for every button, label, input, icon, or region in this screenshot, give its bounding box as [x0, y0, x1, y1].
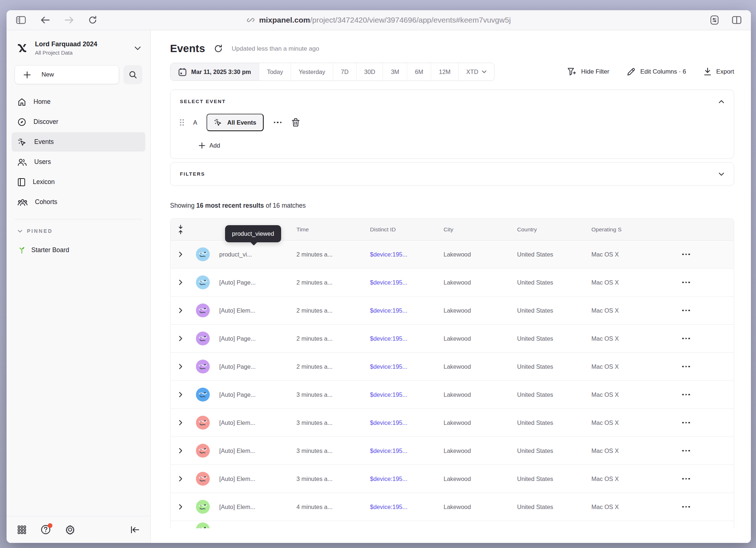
row-menu-icon[interactable]	[677, 450, 734, 452]
forward-icon[interactable]	[64, 16, 74, 24]
table-row[interactable]: [Auto] Page... 2 minutes a... $device:19…	[170, 269, 734, 297]
expand-row-icon[interactable]	[170, 504, 191, 510]
date-picker-segment[interactable]: Mar 11, 2025 3:30 pm	[170, 63, 259, 81]
table-row[interactable]	[170, 521, 734, 528]
expand-row-icon[interactable]	[170, 476, 191, 482]
pinned-section-header[interactable]: PINNED	[12, 227, 145, 235]
chevron-down-icon[interactable]	[718, 172, 724, 176]
event-city: Lakewood	[444, 279, 517, 286]
gear-icon[interactable]	[65, 525, 75, 535]
distinct-id-link[interactable]: $device:195...	[370, 307, 444, 314]
sidebar-item-users[interactable]: Users	[12, 152, 145, 172]
expand-row-icon[interactable]	[170, 336, 191, 341]
event-city: Lakewood	[444, 475, 517, 482]
table-row[interactable]: [Auto] Page... 3 minutes a... $device:19…	[170, 381, 734, 409]
split-view-icon[interactable]	[732, 16, 741, 24]
distinct-id-link[interactable]: $device:195...	[370, 335, 444, 342]
table-row[interactable]: [Auto] Elem... 3 minutes a... $device:19…	[170, 437, 734, 465]
event-name: [Auto] Page...	[219, 279, 296, 286]
refresh-icon[interactable]	[214, 44, 223, 53]
table-row[interactable]: [Auto] Elem... 2 minutes a... $device:19…	[170, 297, 734, 325]
updated-status: Updated less than a minute ago	[232, 45, 319, 52]
table-row[interactable]: [Auto] Elem... 3 minutes a... $device:19…	[170, 409, 734, 437]
range-3m[interactable]: 3M	[383, 63, 407, 81]
row-menu-icon[interactable]	[677, 310, 734, 312]
pinned-label: PINNED	[27, 228, 53, 234]
url-bar[interactable]: mixpanel.com/project/3472420/view/397469…	[247, 16, 511, 24]
event-name: [Auto] Elem...	[219, 475, 296, 482]
range-30d[interactable]: 30D	[356, 63, 383, 81]
table-row[interactable]: [Auto] Elem... 3 minutes a... $device:19…	[170, 465, 734, 493]
range-yesterday[interactable]: Yesterday	[291, 63, 333, 81]
search-button[interactable]	[123, 65, 142, 84]
expand-row-icon[interactable]	[170, 448, 191, 454]
expand-row-icon[interactable]	[170, 251, 191, 257]
event-country: United States	[517, 307, 591, 314]
event-avatar	[196, 275, 210, 289]
link-icon	[247, 16, 255, 24]
distinct-id-link[interactable]: $device:195...	[370, 504, 444, 510]
sidebar-item-events[interactable]: Events	[12, 132, 145, 152]
chevron-up-icon[interactable]	[718, 100, 724, 103]
collapse-sidebar-icon[interactable]	[131, 526, 139, 533]
event-avatar	[196, 522, 210, 528]
table-row[interactable]: [Auto] Page... 2 minutes a... $device:19…	[170, 325, 734, 353]
add-event-button[interactable]: Add	[199, 142, 724, 149]
table-row[interactable]: [Auto] Elem... 4 minutes a... $device:19…	[170, 493, 734, 521]
sidebar-toggle-icon[interactable]	[16, 16, 26, 24]
range-6m[interactable]: 6M	[407, 63, 431, 81]
event-more-icon[interactable]	[272, 120, 284, 126]
project-switcher[interactable]: Lord Farquaad 2024 All Project Data	[12, 37, 145, 59]
distinct-id-link[interactable]: $device:195...	[370, 251, 444, 258]
new-button[interactable]: New	[15, 65, 119, 84]
distinct-id-link[interactable]: $device:195...	[370, 391, 444, 398]
expand-row-icon[interactable]	[170, 308, 191, 313]
row-menu-icon[interactable]	[677, 422, 734, 424]
range-12m[interactable]: 12M	[431, 63, 458, 81]
row-menu-icon[interactable]	[677, 478, 734, 480]
event-os: Mac OS X	[591, 251, 677, 258]
row-menu-icon[interactable]	[677, 338, 734, 340]
row-menu-icon[interactable]	[677, 366, 734, 368]
sidebar-item-starter-board[interactable]: Starter Board	[12, 240, 145, 259]
sidebar-item-home[interactable]: Home	[12, 92, 145, 111]
distinct-id-link[interactable]: $device:195...	[370, 363, 444, 370]
event-avatar	[196, 247, 210, 261]
range-xtd[interactable]: XTD	[458, 63, 494, 81]
apps-grid-icon[interactable]	[17, 525, 26, 534]
expand-row-icon[interactable]	[170, 364, 191, 369]
drag-handle[interactable]	[180, 119, 184, 126]
distinct-id-link[interactable]: $device:195...	[370, 475, 444, 482]
row-menu-icon[interactable]	[677, 506, 734, 508]
row-menu-icon[interactable]	[677, 254, 734, 255]
distinct-id-link[interactable]: $device:195...	[370, 279, 444, 286]
distinct-id-link[interactable]: $device:195...	[370, 419, 444, 426]
export-button[interactable]: Export	[704, 67, 734, 76]
sidebar-item-lexicon[interactable]: Lexicon	[12, 172, 145, 192]
expand-row-icon[interactable]	[170, 279, 191, 285]
compass-icon	[17, 118, 26, 126]
page-settings-icon[interactable]	[709, 15, 720, 25]
row-menu-icon[interactable]	[677, 282, 734, 283]
collapse-rows-icon[interactable]	[170, 225, 191, 234]
event-time: 3 minutes a...	[296, 391, 370, 398]
expand-row-icon[interactable]	[170, 392, 191, 398]
range-today[interactable]: Today	[259, 63, 291, 81]
sidebar-item-cohorts[interactable]: Cohorts	[12, 192, 145, 212]
expand-row-icon[interactable]	[170, 420, 191, 426]
edit-columns-button[interactable]: Edit Columns · 6	[627, 67, 686, 76]
trash-icon[interactable]	[292, 118, 300, 127]
table-row[interactable]: [Auto] Page... 2 minutes a... $device:19…	[170, 353, 734, 381]
main-content: Events Updated less than a minute ago Ma…	[151, 30, 751, 543]
row-menu-icon[interactable]	[677, 394, 734, 396]
table-row[interactable]: product_vi... 2 minutes a... $device:195…	[170, 240, 734, 269]
reload-icon[interactable]	[88, 16, 97, 24]
range-7d[interactable]: 7D	[333, 63, 356, 81]
back-icon[interactable]	[40, 16, 50, 24]
hide-filter-button[interactable]: Hide Filter	[567, 67, 609, 76]
sidebar-item-label: Events	[34, 138, 54, 146]
sidebar-item-discover[interactable]: Discover	[12, 112, 145, 132]
event-selector-pill[interactable]: All Events	[206, 114, 264, 131]
distinct-id-link[interactable]: $device:195...	[370, 447, 444, 454]
url-host: mixpanel.com	[259, 16, 310, 24]
